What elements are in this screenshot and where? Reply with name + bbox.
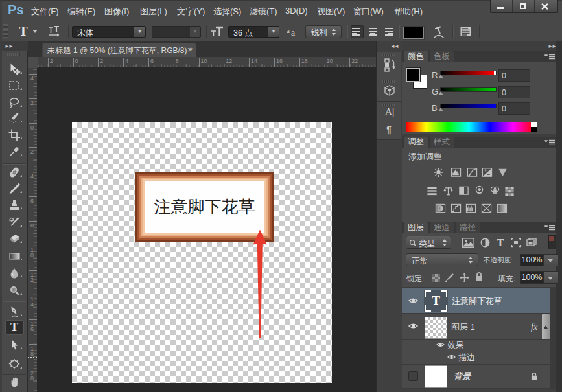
svg-text:T: T — [10, 321, 18, 334]
svg-text:a: a — [291, 28, 296, 38]
svg-text:a: a — [287, 27, 290, 34]
